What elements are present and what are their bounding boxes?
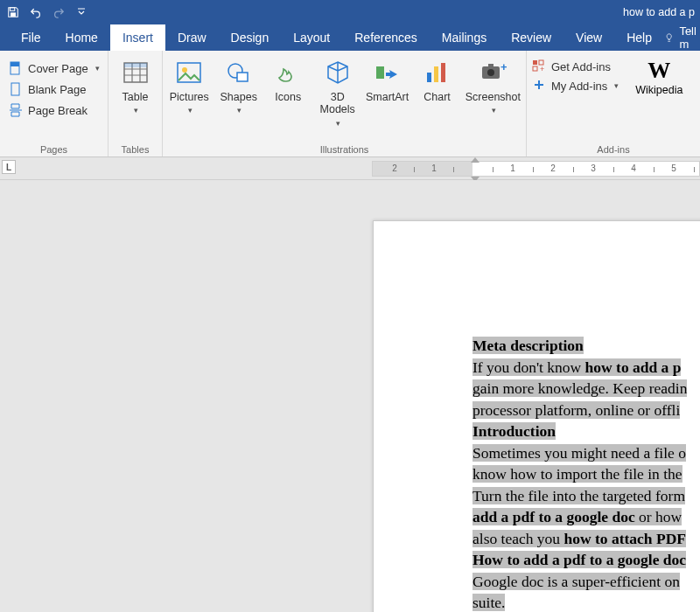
tell-me-label: Tell m [679, 24, 700, 51]
group-tables: Table▾ Tables [108, 51, 163, 156]
wikipedia-label: Wikipedia [635, 84, 682, 96]
svg-text:+: + [500, 60, 507, 73]
quick-access-toolbar [5, 4, 89, 20]
svg-rect-1 [10, 13, 15, 17]
ribbon: Cover Page ▾ Blank Page Page Break Page [0, 51, 700, 157]
title-bar: how to add a p [0, 0, 700, 24]
ruler-number: 2 [392, 163, 397, 173]
3d-models-button[interactable]: 3D Models ▾ [316, 54, 358, 129]
pictures-label: Pictures [170, 91, 209, 103]
tab-help[interactable]: Help [614, 24, 664, 51]
shapes-button[interactable]: Shapes▾ [217, 54, 259, 116]
pictures-button[interactable]: Pictures▾ [168, 54, 210, 116]
undo-icon[interactable] [28, 4, 44, 20]
tab-review[interactable]: Review [499, 24, 564, 51]
svg-point-16 [487, 69, 494, 76]
tab-mailings[interactable]: Mailings [430, 24, 499, 51]
chevron-down-icon: ▾ [492, 106, 496, 115]
horizontal-ruler[interactable]: 2 1 1 2 3 4 5 [372, 161, 700, 177]
document-page[interactable]: Meta description If you don't know how t… [373, 220, 700, 612]
store-icon: + [532, 59, 546, 73]
tab-draw[interactable]: Draw [165, 24, 219, 51]
page-break-icon [9, 103, 23, 117]
redo-icon[interactable] [51, 4, 66, 20]
screenshot-button[interactable]: + Screenshot▾ [466, 54, 521, 116]
tab-file[interactable]: File [9, 24, 53, 51]
save-icon[interactable] [5, 4, 21, 20]
cover-page-button[interactable]: Cover Page ▾ [5, 58, 103, 79]
group-label-tables: Tables [114, 143, 157, 155]
wikipedia-button[interactable]: W Wikipedia [631, 54, 687, 96]
smartart-button[interactable]: SmartArt [366, 54, 409, 103]
group-label-addins: Add-ins [532, 143, 695, 155]
doc-text: or how [635, 508, 682, 525]
svg-rect-12 [427, 73, 431, 82]
ruler-area: L 2 1 1 2 3 4 5 [0, 157, 700, 180]
shapes-label: Shapes [220, 91, 257, 103]
svg-rect-13 [434, 66, 438, 82]
my-addins-label: My Add-ins [551, 80, 607, 93]
doc-text: how to add a p [585, 358, 682, 376]
ruler-number: 3 [591, 163, 596, 173]
tab-insert[interactable]: Insert [110, 24, 165, 51]
tab-design[interactable]: Design [219, 24, 282, 51]
page-break-label: Page Break [28, 104, 88, 117]
tab-references[interactable]: References [342, 24, 430, 51]
my-addins-button[interactable]: My Add-ins ▾ [532, 79, 619, 93]
svg-rect-19 [533, 60, 537, 65]
table-label: Table [122, 91, 149, 103]
chart-button[interactable]: Chart [416, 54, 458, 103]
smartart-icon [373, 58, 402, 87]
doc-heading: Meta description [472, 337, 584, 354]
doc-text: Google doc is a super-efficient on [472, 573, 680, 590]
document-workspace[interactable]: Meta description If you don't know how t… [0, 180, 700, 612]
ruler-number: 1 [431, 163, 437, 173]
cube-icon [323, 58, 353, 87]
doc-text: add a pdf to a google doc [472, 508, 635, 525]
chevron-down-icon: ▾ [614, 81, 619, 90]
svg-rect-3 [10, 62, 19, 66]
icons-button[interactable]: Icons [267, 54, 309, 103]
svg-rect-14 [441, 63, 445, 82]
group-pages: Cover Page ▾ Blank Page Page Break Page [0, 51, 108, 156]
doc-text: know how to import the file in the [472, 465, 682, 483]
icons-label: Icons [275, 91, 301, 103]
group-label-pages: Pages [5, 143, 102, 155]
customize-qat-dropdown-icon[interactable] [74, 4, 89, 20]
doc-text: suite. [472, 594, 505, 611]
ruler-number: 4 [631, 163, 636, 173]
tab-layout[interactable]: Layout [281, 24, 342, 51]
svg-rect-7 [178, 63, 200, 82]
chevron-down-icon: ▾ [134, 106, 138, 115]
page-break-button[interactable]: Page Break [5, 100, 103, 121]
tab-home[interactable]: Home [53, 24, 110, 51]
chevron-down-icon: ▾ [95, 64, 100, 73]
svg-rect-6 [124, 63, 147, 67]
document-body[interactable]: Meta description If you don't know how t… [472, 335, 700, 612]
ribbon-tabs: File Home Insert Draw Design Layout Refe… [0, 24, 700, 51]
first-line-indent-marker[interactable] [471, 157, 480, 163]
ruler-number: 1 [510, 163, 515, 173]
blank-page-label: Blank Page [28, 83, 87, 96]
addins-icon [532, 79, 546, 93]
svg-text:+: + [540, 65, 544, 73]
svg-rect-4 [11, 83, 19, 95]
doc-text: gain more knowledge. Keep readin [472, 379, 687, 397]
icons-icon [273, 58, 303, 87]
tab-view[interactable]: View [564, 24, 614, 51]
group-label-illustrations: Illustrations [168, 143, 521, 155]
tell-me[interactable]: Tell m [664, 24, 700, 51]
doc-text: also teach you [472, 530, 564, 547]
tab-stop-selector[interactable]: L [2, 160, 16, 174]
doc-text: Sometimes you might need a file o [472, 444, 686, 462]
screenshot-icon: + [478, 58, 508, 87]
svg-point-8 [182, 67, 187, 73]
get-addins-button[interactable]: + Get Add-ins [532, 59, 619, 73]
wikipedia-icon: W [648, 58, 670, 84]
lightbulb-icon [664, 31, 674, 45]
smartart-label: SmartArt [366, 91, 409, 103]
table-button[interactable]: Table▾ [114, 54, 157, 116]
3d-models-label: 3D Models [320, 91, 355, 115]
blank-page-button[interactable]: Blank Page [5, 79, 103, 100]
svg-rect-21 [533, 66, 537, 71]
